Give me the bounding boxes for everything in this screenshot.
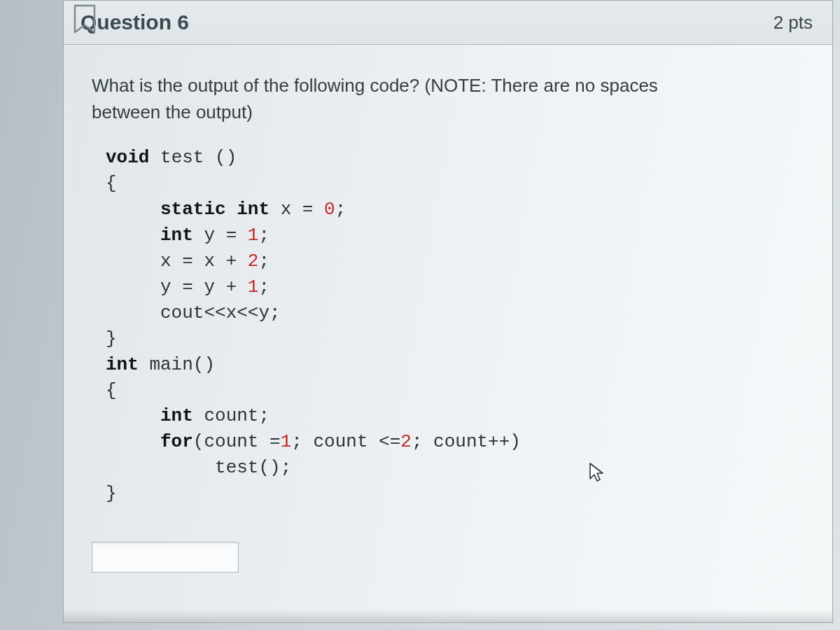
question-prompt: What is the output of the following code… [92, 73, 708, 125]
code-number: 2 [400, 431, 412, 452]
code-text: ; [335, 199, 346, 220]
code-text: ; count <= [291, 431, 400, 452]
bookmark-icon[interactable] [72, 4, 97, 35]
code-number: 1 [248, 225, 259, 246]
code-keyword: int [106, 405, 193, 426]
code-text: test(); [106, 457, 291, 478]
code-text: ; count++) [412, 431, 521, 452]
code-text: { [106, 173, 117, 194]
code-text: x = x + [106, 251, 248, 272]
cursor-icon [588, 462, 605, 483]
code-text: count; [193, 405, 270, 426]
code-text: cout<<x<<y; [106, 302, 281, 323]
code-number: 1 [281, 431, 292, 452]
code-text: { [106, 380, 117, 401]
code-block: void test () { static int x = 0; int y =… [92, 145, 804, 507]
code-text: test () [149, 147, 237, 168]
code-text: x = [270, 199, 324, 220]
question-card: Question 6 2 pts What is the output of t… [63, 0, 833, 623]
shadow-decoration [64, 610, 832, 622]
answer-input[interactable] [92, 542, 239, 573]
code-keyword: int [106, 354, 139, 375]
code-text: (count = [193, 431, 281, 452]
code-keyword: static int [106, 199, 270, 220]
code-text: ; [258, 276, 270, 298]
question-body: What is the output of the following code… [64, 45, 832, 594]
code-number: 1 [248, 276, 259, 298]
code-keyword: void [106, 147, 149, 168]
code-text: ; [258, 225, 270, 246]
code-keyword: int [106, 225, 193, 246]
code-number: 0 [324, 199, 335, 220]
code-text: } [106, 328, 117, 349]
screen-background: Question 6 2 pts What is the output of t… [0, 0, 840, 630]
code-text: main() [139, 354, 215, 375]
code-number: 2 [248, 251, 259, 272]
code-text: ; [258, 251, 270, 272]
code-text: } [106, 483, 117, 504]
code-text: y = y + [106, 276, 248, 298]
code-text: y = [193, 225, 248, 246]
question-header: Question 6 2 pts [64, 1, 832, 45]
question-points: 2 pts [774, 12, 813, 34]
code-keyword: for [106, 431, 193, 452]
